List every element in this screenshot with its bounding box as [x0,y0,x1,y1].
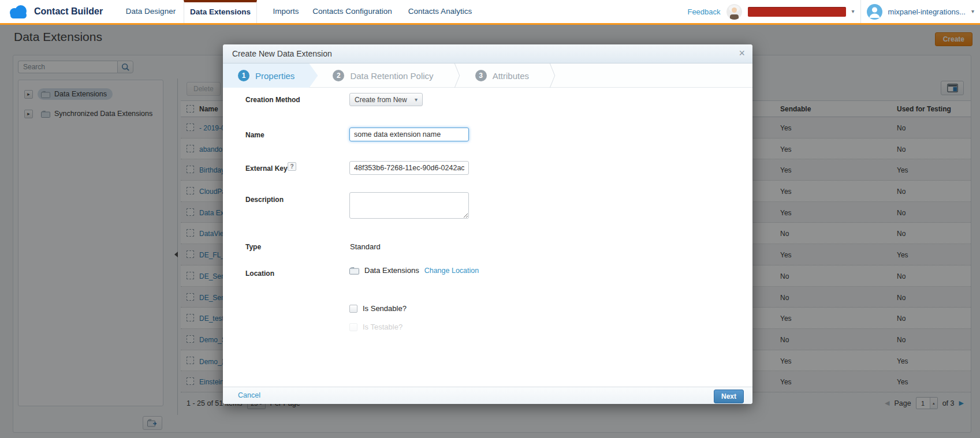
step-attributes[interactable]: 3 Attributes [460,63,546,88]
creation-method-dropdown[interactable]: Create from New ▾ [349,93,423,106]
modal-title-bar: Create New Data Extension × [223,44,752,63]
description-textarea[interactable] [349,192,469,219]
top-nav: Contact Builder Data Designer Data Exten… [0,0,980,25]
app-title: Contact Builder [34,6,103,17]
step-separator [451,63,460,88]
external-key-input[interactable] [349,161,469,175]
account-name[interactable]: mixpanel-integrations... [888,8,966,16]
folder-icon [349,267,359,275]
step-separator [546,63,556,88]
nav-divider [860,0,861,23]
step-label: Attributes [493,71,529,81]
is-sendable-label: Is Sendable? [363,304,407,313]
step-label: Data Retention Policy [350,71,433,81]
einstein-avatar[interactable] [726,4,742,20]
name-input[interactable] [349,128,469,141]
step-properties[interactable]: 1 Properties [223,63,318,88]
external-key-label: External Key [245,164,288,173]
modal-title: Create New Data Extension [232,49,332,58]
user-avatar-icon[interactable] [867,4,882,20]
step-label: Properties [255,71,295,81]
type-value: Standard [350,242,381,251]
step-number: 3 [475,70,487,81]
is-sendable-checkbox[interactable] [349,305,357,313]
is-testable-row: Is Testable? [349,323,403,331]
step-number: 2 [333,70,344,81]
nav-item-data-extensions[interactable]: Data Extensions [184,0,257,23]
step-number: 1 [238,70,249,81]
feedback-link[interactable]: Feedback [687,8,720,16]
help-icon[interactable]: ? [288,162,296,171]
app: Contact Builder Data Designer Data Exten… [0,0,980,438]
close-icon[interactable]: × [739,47,745,59]
nav-item-contacts-configuration[interactable]: Contacts Configuration [309,0,396,23]
type-label: Type [245,243,261,251]
salesforce-cloud-icon [8,4,29,19]
business-unit-redacted[interactable] [748,7,846,17]
location-value: Data Extensions [364,266,419,275]
is-testable-checkbox [349,323,357,331]
nav-right-cluster: Feedback ▾ mixpanel-integrations... ▾ [687,0,974,23]
nav-item-imports[interactable]: Imports [260,0,312,23]
is-sendable-row: Is Sendable? [349,304,407,313]
chevron-down-icon[interactable]: ▾ [971,9,974,14]
chevron-down-icon: ▾ [415,97,418,103]
location-row: Data Extensions Change Location [349,266,479,275]
location-label: Location [245,269,274,278]
name-label: Name [245,131,264,139]
change-location-link[interactable]: Change Location [424,267,479,275]
nav-item-contacts-analytics[interactable]: Contacts Analytics [403,0,477,23]
nav-item-data-designer[interactable]: Data Designer [118,0,183,23]
cancel-link[interactable]: Cancel [238,391,260,399]
brand[interactable]: Contact Builder [8,0,103,23]
description-label: Description [245,196,284,204]
modal-footer: Cancel Next [223,387,752,404]
creation-method-label: Creation Method [245,96,300,104]
next-button[interactable]: Next [714,390,744,403]
create-data-extension-modal: Create New Data Extension × 1 Properties… [223,44,752,404]
creation-method-value: Create from New [355,96,407,104]
chevron-down-icon[interactable]: ▾ [852,9,855,14]
is-testable-label: Is Testable? [363,323,403,331]
step-data-retention-policy[interactable]: 2 Data Retention Policy [318,63,450,88]
wizard-steps: 1 Properties 2 Data Retention Policy 3 A… [223,63,752,88]
